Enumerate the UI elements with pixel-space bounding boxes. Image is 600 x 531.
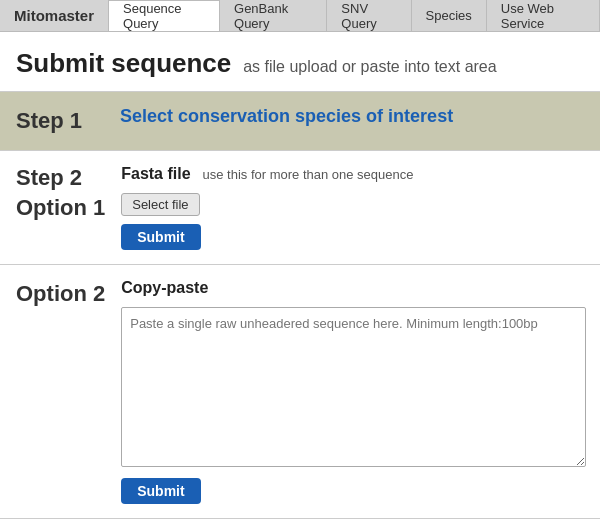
page-subtitle: as file upload or paste into text area	[243, 58, 497, 75]
option2-label: Option 2	[16, 281, 105, 307]
tab-sequence-query[interactable]: Sequence Query	[108, 0, 220, 31]
step2-label: Step 2	[16, 165, 105, 191]
fasta-desc: use this for more than one sequence	[202, 167, 413, 182]
step2-submit-button[interactable]: Submit	[121, 224, 200, 250]
step1-label: Step 1	[0, 92, 120, 150]
brand-logo: Mitomaster	[0, 7, 108, 24]
step2-content: Fasta file use this for more than one se…	[121, 151, 600, 264]
copy-paste-title: Copy-paste	[121, 279, 586, 297]
tab-genbank-query[interactable]: GenBank Query	[220, 0, 327, 31]
step2-left: Step 2 Option 1	[0, 151, 121, 264]
option2-row: Option 2 Copy-paste Submit	[0, 265, 600, 519]
step1-content: Select conservation species of interest	[120, 92, 453, 141]
step1-row: Step 1 Select conservation species of in…	[0, 92, 600, 151]
option1-label: Option 1	[16, 195, 105, 221]
tab-species[interactable]: Species	[412, 0, 487, 31]
select-file-button[interactable]: Select file	[121, 193, 199, 216]
tab-snv-query[interactable]: SNV Query	[327, 0, 411, 31]
nav-tabs: Sequence Query GenBank Query SNV Query S…	[108, 0, 600, 31]
option2-content: Copy-paste Submit	[121, 265, 600, 518]
page-title-area: Submit sequence as file upload or paste …	[0, 32, 600, 92]
page-title: Submit sequence	[16, 48, 231, 78]
step2-option1-row: Step 2 Option 1 Fasta file use this for …	[0, 151, 600, 265]
option2-left: Option 2	[0, 265, 121, 518]
navbar: Mitomaster Sequence Query GenBank Query …	[0, 0, 600, 32]
paste-textarea[interactable]	[121, 307, 586, 467]
option2-submit-button[interactable]: Submit	[121, 478, 200, 504]
tab-web-service[interactable]: Use Web Service	[487, 0, 600, 31]
fasta-header: Fasta file use this for more than one se…	[121, 165, 586, 183]
fasta-title: Fasta file	[121, 165, 190, 182]
